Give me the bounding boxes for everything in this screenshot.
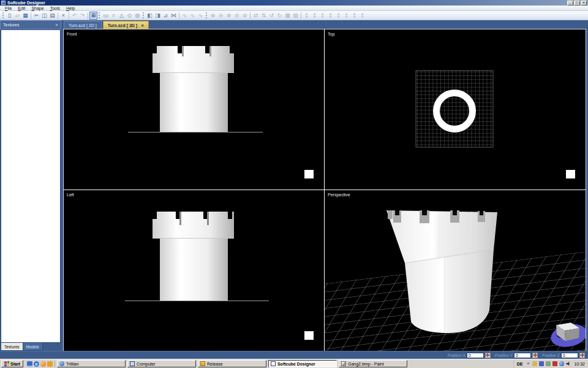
camera-icon[interactable]: ⊘ [233, 12, 241, 20]
textures-panel-body[interactable] [1, 29, 61, 343]
toolbar-drag-handle[interactable] [2, 12, 4, 18]
open-icon[interactable]: ▱ [13, 12, 21, 20]
restore-button[interactable]: □ [574, 1, 580, 6]
tray-chevron-icon[interactable]: « [526, 361, 530, 366]
viewport-perspective[interactable]: Perspective [325, 190, 586, 351]
move-icon[interactable]: ⇄ [252, 12, 260, 20]
loft-icon[interactable]: ⊿ [162, 12, 170, 20]
object-up-6-icon[interactable]: ↥ [342, 12, 350, 20]
tray-update-icon[interactable] [546, 361, 551, 366]
tray-antivirus-icon[interactable] [539, 361, 544, 366]
object-up-4-icon[interactable]: ↥ [326, 12, 334, 20]
revolve-icon[interactable]: ◨ [154, 12, 162, 20]
menu-file[interactable]: File [2, 6, 15, 11]
redo-icon[interactable]: ↷ [78, 12, 86, 20]
taskbar-button-release[interactable]: Release [198, 360, 266, 367]
maximize-viewport-button[interactable] [304, 170, 314, 178]
position-y-field[interactable]: 0 [514, 353, 531, 358]
minimize-button[interactable]: _ [567, 1, 573, 6]
position-x-label: Position X [448, 353, 466, 358]
four-view-layout-icon[interactable]: ⊞ [89, 12, 97, 20]
scale-icon[interactable]: ⇅ [260, 12, 268, 20]
render-icon[interactable]: ⊚ [241, 12, 249, 20]
extrude-icon[interactable]: ◧ [146, 12, 154, 20]
position-z-group: Position Z 0 [542, 353, 585, 358]
texture-icon[interactable]: ⊗ [225, 12, 233, 20]
menu-tools[interactable]: Tools [47, 6, 63, 11]
media-icon[interactable] [47, 361, 53, 367]
viewport-top-label: Top [328, 32, 334, 36]
toolbar-drag-handle[interactable] [99, 12, 100, 18]
start-label: Start [10, 362, 20, 366]
delete-icon[interactable]: × [59, 12, 67, 20]
save-icon[interactable]: ▦ [21, 12, 29, 20]
insert-sphere-icon[interactable]: ◇ [126, 12, 134, 20]
spinner-down-icon[interactable] [579, 355, 585, 358]
rotate-ccw-icon[interactable]: ↺ [268, 12, 276, 20]
insert-cylinder-icon[interactable]: ○ [110, 12, 118, 20]
object-up-5-icon[interactable]: ↥ [334, 12, 342, 20]
rotate-cw-icon[interactable]: ↻ [276, 12, 284, 20]
taskbar-button-paint[interactable]: Gang2.bmp - Paint [339, 360, 407, 367]
network-icon[interactable] [559, 361, 564, 366]
language-indicator[interactable]: DE [517, 362, 524, 366]
viewport-front[interactable]: Front [64, 29, 324, 190]
volume-icon[interactable] [566, 361, 571, 366]
tab-turn-3d[interactable]: Turn.scd [ 3D ] × [103, 21, 149, 29]
simplify-icon[interactable]: ∿ [197, 12, 205, 20]
panel-tab-textures[interactable]: Textures [1, 343, 23, 351]
spinner-down-icon[interactable] [532, 355, 538, 358]
menu-shape[interactable]: Shape [28, 6, 47, 11]
menu-edit[interactable]: Edit [15, 6, 28, 11]
grid-snap-icon[interactable]: ▦ [284, 12, 292, 20]
viewport-splitter-horizontal[interactable] [64, 190, 586, 190]
toolbar-separator [301, 12, 301, 19]
panel-tab-models[interactable]: Models [23, 343, 43, 351]
firefox-icon[interactable] [40, 361, 46, 367]
toolbar-drag-handle[interactable] [206, 12, 207, 18]
paste-icon[interactable]: ▤ [48, 12, 56, 20]
viewport-splitter-vertical[interactable] [324, 29, 325, 351]
object-up-2-icon[interactable]: ↥ [311, 12, 318, 20]
position-x-field[interactable]: 0 [467, 353, 484, 358]
tab-turn-2d[interactable]: Turn.scd [ 2D ] [64, 21, 102, 29]
tray-messenger-icon[interactable] [532, 361, 537, 366]
viewport-left[interactable]: Left [64, 190, 324, 351]
taskbar-button-computer[interactable]: Computer [127, 360, 196, 367]
object-up-7-icon[interactable]: ↥ [350, 12, 358, 20]
tower-top-render [325, 29, 586, 190]
cut-icon[interactable]: ✂ [32, 12, 40, 20]
viewport-top[interactable]: Top [325, 29, 586, 190]
toolbar-drag-handle[interactable] [143, 12, 144, 18]
insert-torus-icon[interactable]: ◎ [134, 12, 141, 20]
tray-disconnect-icon[interactable] [552, 361, 557, 366]
object-up-8-icon[interactable]: ↥ [358, 12, 366, 20]
smooth-icon[interactable]: ∿ [181, 12, 189, 20]
taskbar-button-softcube-designer[interactable]: Softcube Designer [268, 360, 337, 367]
material-icon[interactable]: ⊖ [217, 12, 225, 20]
show-desktop-icon[interactable] [27, 361, 32, 367]
maximize-viewport-button[interactable] [566, 170, 575, 178]
position-z-field[interactable]: 0 [561, 353, 578, 358]
copy-icon[interactable]: ◫ [40, 12, 48, 20]
boolean-icon[interactable]: ⋈ [170, 12, 178, 20]
new-icon[interactable]: ▯ [6, 12, 13, 20]
start-button[interactable]: Start [1, 360, 23, 367]
menu-help[interactable]: Help [63, 6, 78, 11]
maximize-viewport-button[interactable] [304, 331, 314, 340]
insert-cone-icon[interactable]: △ [118, 12, 126, 20]
object-up-3-icon[interactable]: ↥ [318, 12, 326, 20]
internet-icon[interactable]: e [34, 361, 39, 367]
insert-box-icon[interactable]: ▭ [102, 12, 110, 20]
light-icon[interactable]: ⊕ [209, 12, 217, 20]
subdivide-icon[interactable]: ∿ [189, 12, 197, 20]
close-button[interactable]: × [581, 1, 587, 6]
object-up-1-icon[interactable]: ↥ [303, 12, 311, 20]
computer-icon [130, 361, 135, 366]
taskbar-button-trillian[interactable]: Trillian [57, 360, 126, 367]
undo-icon[interactable]: ↶ [70, 12, 78, 20]
tab-close-icon[interactable]: × [141, 23, 144, 28]
panel-close-icon[interactable]: × [55, 23, 58, 28]
wireframe-icon[interactable]: ▧ [292, 12, 300, 20]
spinner-down-icon[interactable] [485, 355, 491, 358]
